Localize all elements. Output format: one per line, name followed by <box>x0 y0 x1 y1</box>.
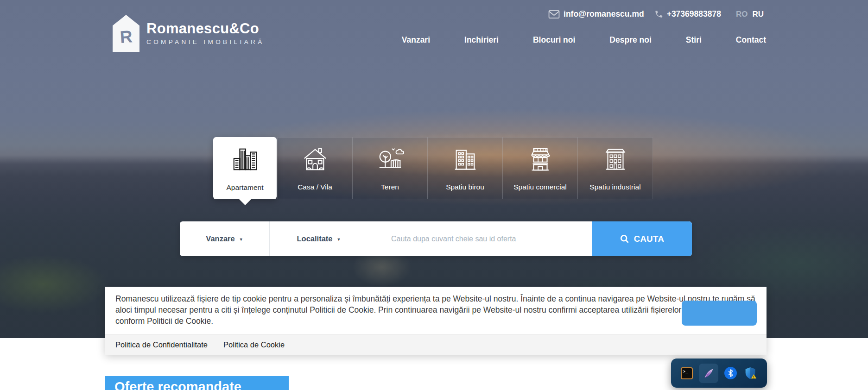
storefront-icon <box>526 145 555 174</box>
logo-subtitle: COMPANIE IMOBILIARĂ <box>146 38 265 45</box>
phone-link[interactable]: +37369883878 <box>654 9 721 19</box>
system-dock: >_ <box>671 359 767 388</box>
lang-ru[interactable]: RU <box>752 10 764 19</box>
cookie-policy-link[interactable]: Politica de Cookie <box>223 340 285 349</box>
header-contact-row: info@romanescu.md +37369883878 RO RU <box>548 9 764 19</box>
page-root: R Romanescu&Co COMPANIE IMOBILIARĂ info@… <box>0 0 868 390</box>
nav-item-blocuri-noi[interactable]: Blocuri noi <box>533 35 575 45</box>
cookie-accept-button[interactable] <box>682 301 757 326</box>
site-logo[interactable]: R Romanescu&Co COMPANIE IMOBILIARĂ <box>113 15 265 52</box>
industrial-building-icon <box>601 145 630 174</box>
language-switcher: RO RU <box>736 10 764 19</box>
search-icon <box>620 234 629 244</box>
land-tree-icon <box>376 145 405 174</box>
terminal-glyph: >_ <box>683 370 688 374</box>
phone-text: +37369883878 <box>667 9 721 19</box>
office-buildings-icon <box>451 145 480 174</box>
phone-icon <box>654 10 663 19</box>
chevron-down-icon: ▼ <box>337 236 341 242</box>
lang-ro[interactable]: RO <box>736 10 748 19</box>
house-icon <box>301 145 329 174</box>
email-link[interactable]: info@romanescu.md <box>548 9 644 19</box>
tab-apartament[interactable]: Apartament <box>213 137 277 199</box>
tab-spatiu-comercial[interactable]: Spatiu comercial <box>502 137 578 199</box>
apartment-buildings-icon <box>231 145 260 173</box>
property-search-bar: Vanzare ▼ Localitate ▼ CAUTA <box>180 221 692 256</box>
tab-label: Casa / Vila <box>298 183 332 191</box>
feather-glyph <box>703 367 715 379</box>
tab-teren[interactable]: Teren <box>352 137 428 199</box>
terminal-icon[interactable]: >_ <box>681 367 693 379</box>
email-text: info@romanescu.md <box>564 9 644 19</box>
deal-type-dropdown[interactable]: Vanzare ▼ <box>180 221 270 256</box>
cookie-message: Romanescu utilizează fișiere de tip cook… <box>105 287 767 334</box>
nav-item-inchirieri[interactable]: Inchirieri <box>464 35 499 45</box>
cookie-consent-banner: Romanescu utilizează fișiere de tip cook… <box>105 287 767 355</box>
security-shield-warning-icon[interactable] <box>743 366 758 381</box>
recommended-offers-heading: Oferte recomandate <box>105 376 289 390</box>
bluetooth-glyph <box>727 369 734 377</box>
logo-text: Romanescu&Co COMPANIE IMOBILIARĂ <box>146 15 265 45</box>
tab-spatiu-birou[interactable]: Spatiu birou <box>427 137 503 199</box>
tab-label: Teren <box>381 183 399 191</box>
keyword-search-input[interactable] <box>368 221 592 256</box>
nav-item-vanzari[interactable]: Vanzari <box>402 35 430 45</box>
locality-dropdown[interactable]: Localitate ▼ <box>270 221 368 256</box>
logo-letter: R <box>119 27 133 47</box>
tab-spatiu-industrial[interactable]: Spatiu industrial <box>577 137 653 199</box>
nav-item-despre-noi[interactable]: Despre noi <box>609 35 651 45</box>
property-type-tabs: Apartament Casa / Vila Teren <box>213 137 653 199</box>
tab-label: Spatiu birou <box>446 183 484 191</box>
bluetooth-icon[interactable] <box>724 367 737 379</box>
main-navigation: Vanzari Inchirieri Blocuri noi Despre no… <box>402 35 766 45</box>
cookie-footer: Politica de Confidentialitate Politica d… <box>105 334 767 355</box>
tab-label: Spatiu industrial <box>589 183 640 191</box>
feather-pen-icon[interactable] <box>699 364 718 383</box>
nav-item-contact[interactable]: Contact <box>736 35 766 45</box>
tab-label: Spatiu comercial <box>513 183 567 191</box>
privacy-policy-link[interactable]: Politica de Confidentialitate <box>115 340 208 349</box>
shield-glyph <box>743 366 757 380</box>
tab-casa-vila[interactable]: Casa / Vila <box>277 137 353 199</box>
locality-value: Localitate <box>297 234 333 243</box>
nav-item-stiri[interactable]: Stiri <box>686 35 702 45</box>
search-submit-button[interactable]: CAUTA <box>592 221 692 256</box>
logo-house-icon: R <box>113 15 139 52</box>
tab-label: Apartament <box>226 183 263 191</box>
deal-type-value: Vanzare <box>206 234 234 243</box>
search-button-label: CAUTA <box>634 234 664 244</box>
logo-title: Romanescu&Co <box>146 21 265 37</box>
envelope-icon <box>548 10 560 19</box>
chevron-down-icon: ▼ <box>239 236 243 242</box>
